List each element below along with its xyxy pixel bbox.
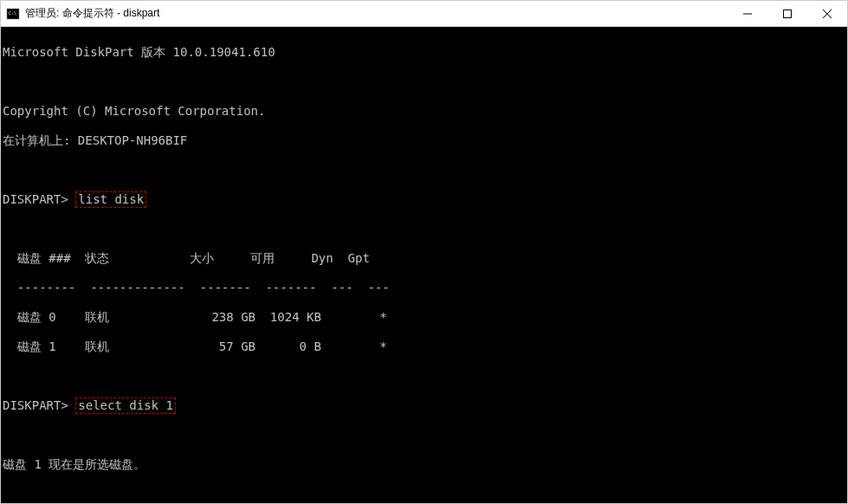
maximize-button[interactable] [767,1,807,27]
blank [3,428,845,443]
prompt: DISKPART> [3,192,68,206]
disk-selected-msg: 磁盘 1 现在是所选磁盘。 [3,457,845,472]
disk-row-1: 磁盘 1 联机 57 GB 0 B * [3,339,845,354]
disk-row-0: 磁盘 0 联机 238 GB 1024 KB * [3,310,845,325]
window-title: 管理员: 命令提示符 - diskpart [25,6,159,21]
copyright-line: Copyright (C) Microsoft Corporation. [3,104,845,119]
terminal-content[interactable]: Microsoft DiskPart 版本 10.0.19041.610 Cop… [1,27,847,503]
disk-header: 磁盘 ### 状态 大小 可用 Dyn Gpt [3,251,845,266]
blank [3,487,845,501]
close-button[interactable] [807,1,847,27]
computer-line: 在计算机上: DESKTOP-NH96BIF [3,133,845,148]
disk-divider: -------- ------------- ------- ------- -… [3,281,845,295]
prompt-line-2: DISKPART> select disk 1 [3,398,845,413]
prompt: DISKPART> [3,398,68,412]
cmd-icon: C:\ [6,7,20,21]
blank [3,74,845,89]
window: C:\ 管理员: 命令提示符 - diskpart Microsoft Disk… [0,0,848,504]
blank [3,222,845,236]
cmd-select-disk: select disk 1 [75,397,176,414]
version-line: Microsoft DiskPart 版本 10.0.19041.610 [3,45,845,60]
svg-text:C:\: C:\ [9,10,16,16]
blank [3,369,845,384]
cmd-list-disk: list disk [75,191,146,208]
window-controls [728,1,847,27]
minimize-button[interactable] [728,1,767,27]
svg-rect-3 [784,10,792,17]
titlebar[interactable]: C:\ 管理员: 命令提示符 - diskpart [1,1,847,27]
blank [3,163,845,178]
prompt-line-1: DISKPART> list disk [3,192,845,207]
